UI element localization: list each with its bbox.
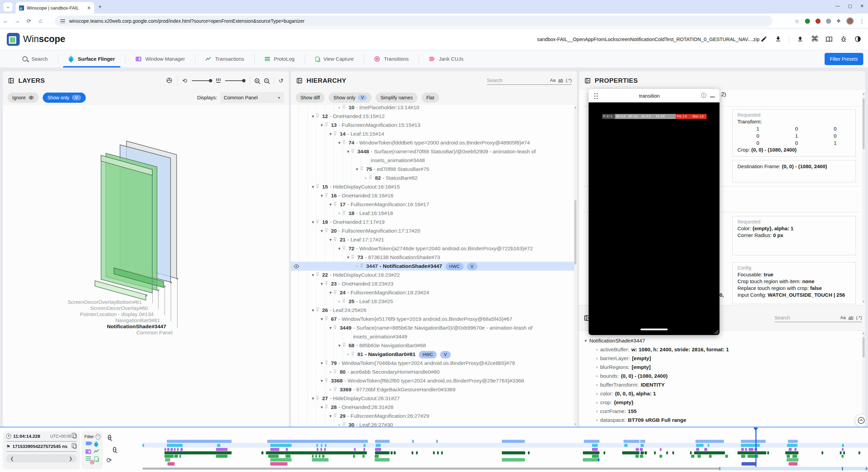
ignore-chip[interactable]: Ignore — [7, 93, 39, 103]
transactions-segment[interactable] — [859, 451, 860, 454]
window-manager-segment[interactable] — [320, 448, 322, 451]
window-manager-trace-icon[interactable] — [85, 449, 91, 454]
window-manager-segment[interactable] — [363, 448, 365, 451]
view-capture-segment[interactable] — [270, 458, 292, 461]
transactions-segment[interactable] — [583, 451, 599, 454]
protolog-segment[interactable] — [179, 455, 181, 458]
transactions-segment[interactable] — [654, 451, 656, 454]
view-capture-segment[interactable] — [375, 458, 390, 461]
hierarchy-row-26[interactable]: ▼26- Leaf:24:25#26 — [291, 306, 574, 315]
timeline-divider[interactable] — [0, 427, 868, 428]
transactions-segment[interactable] — [412, 451, 413, 454]
view-capture-trace-icon[interactable] — [94, 456, 98, 461]
expand-arrow-icon[interactable]: ▼ — [311, 182, 315, 191]
window-manager-segment[interactable] — [354, 448, 356, 451]
view-capture-segment[interactable] — [312, 458, 329, 461]
hierarchy-row-80[interactable]: 80- ace6abb SecondaryHomeHandle0#80 — [291, 368, 574, 376]
screen-recording-segment[interactable] — [624, 440, 639, 443]
window-close-button[interactable]: ✕ — [860, 3, 864, 8]
match-case-toggle[interactable]: Aa — [840, 315, 846, 320]
window-manager-segment[interactable] — [794, 448, 796, 451]
transactions-trace-icon[interactable] — [94, 449, 99, 453]
screen-recording-segment[interactable] — [412, 440, 414, 443]
hierarchy-row-14[interactable]: ▼14- Leaf:15:15#14 — [291, 130, 574, 138]
info-icon[interactable]: ⓘ — [701, 92, 707, 99]
transitions-segment[interactable] — [167, 462, 175, 466]
collapse-panel-icon[interactable] — [296, 78, 302, 84]
new-tab-button[interactable]: + — [98, 3, 102, 10]
collapse-filter-icon[interactable]: ⌃ — [96, 434, 100, 440]
browser-menu-icon[interactable]: ⋮ — [859, 18, 865, 24]
view-capture-segment[interactable] — [598, 458, 599, 461]
hierarchy-row-13[interactable]: ▼13- FullscreenMagnification:15:15#13 — [291, 121, 574, 130]
window-manager-segment[interactable] — [375, 448, 381, 451]
hierarchy-row-3447[interactable]: 3447- NotificationShade#3447HWCV — [291, 262, 574, 271]
expand-arrow-icon[interactable]: ▼ — [584, 336, 589, 345]
window-manager-segment[interactable] — [704, 448, 707, 451]
protolog-segment[interactable] — [216, 455, 228, 458]
screen-recording-segment[interactable] — [741, 440, 766, 443]
protolog-segment[interactable] — [709, 455, 712, 458]
expand-arrow-icon[interactable]: ▼ — [311, 218, 315, 227]
screen-recording-segment[interactable] — [167, 440, 232, 443]
hierarchy-row-18[interactable]: 18- Leaf:16:16#18 — [291, 209, 574, 218]
match-case-toggle[interactable]: Aa — [550, 78, 555, 83]
expand-arrow-icon[interactable]: ▼ — [328, 323, 333, 332]
filter-presets-button[interactable]: Filter Presets — [825, 53, 863, 65]
transactions-segment[interactable] — [666, 451, 668, 454]
drag-handle-icon[interactable] — [593, 92, 598, 99]
window-manager-segment[interactable] — [789, 448, 792, 451]
screen-recording-trace-icon[interactable] — [86, 441, 91, 445]
transactions-segment[interactable] — [441, 451, 443, 454]
hierarchy-row-21[interactable]: ▼21- Leaf:17:17#21 — [291, 235, 574, 244]
surface-flinger-trace-icon[interactable] — [94, 442, 99, 447]
transactions-segment[interactable] — [266, 451, 367, 454]
expand-arrow-icon[interactable]: ▼ — [328, 235, 333, 244]
hierarchy-row-75[interactable]: ▼75- ed70f88 StatusBar#75 — [291, 165, 574, 174]
transactions-segment[interactable] — [843, 451, 845, 454]
window-manager-segment[interactable] — [216, 448, 228, 451]
hierarchy-row-3448[interactable]: ▼3448- Surface(name=ed70f88 StatusBar)/@… — [291, 147, 574, 165]
extension-icon-gray[interactable] — [826, 19, 831, 24]
expand-arrow-icon[interactable]: ▼ — [319, 191, 324, 200]
resize-handle[interactable] — [714, 330, 718, 334]
report-bug-icon[interactable] — [840, 36, 847, 42]
collapse-panel-icon[interactable] — [585, 78, 591, 84]
window-maximize-button[interactable]: ▢ — [848, 3, 852, 8]
extension-icon-red[interactable] — [815, 19, 821, 24]
hierarchy-row-30[interactable]: 30- Leaf:26:27#30 — [291, 420, 574, 427]
3d-view-icon[interactable] — [166, 77, 173, 84]
window-manager-segment[interactable] — [317, 448, 318, 451]
transactions-segment[interactable] — [822, 451, 823, 454]
surface-flinger-segment[interactable] — [325, 444, 327, 447]
properties-search-input[interactable]: Search Aa ab (.*) — [774, 314, 862, 322]
window-manager-segment[interactable] — [741, 448, 744, 451]
show-only-chip[interactable]: Show only V — [43, 93, 86, 103]
protolog-segment[interactable] — [319, 455, 320, 458]
transactions-segment[interactable] — [416, 451, 418, 454]
minimize-icon[interactable] — [710, 94, 715, 97]
expand-arrow-icon[interactable]: ▼ — [337, 244, 342, 253]
hierarchy-row-10[interactable]: 10- ImePlaceholder:13:14#10 — [291, 105, 574, 112]
nav-tab-surface-flinger[interactable]: Surface Flinger — [58, 50, 125, 67]
transactions-segment[interactable] — [164, 451, 232, 454]
match-word-toggle[interactable]: ab — [558, 78, 563, 83]
expand-arrow-icon[interactable]: ▼ — [337, 341, 342, 350]
window-manager-segment[interactable] — [167, 448, 170, 451]
zoom-out-icon[interactable]: − — [264, 78, 269, 83]
transition-window-titlebar[interactable]: transition ⓘ — [589, 89, 719, 102]
timeline-cursor[interactable] — [755, 428, 756, 467]
transactions-segment[interactable] — [433, 451, 435, 454]
hierarchy-row-27[interactable]: ▼27- HideDisplayCutout:26:31#27 — [291, 394, 574, 403]
human-time[interactable]: 11:04:14.228 — [13, 434, 40, 439]
protolog-segment[interactable] — [741, 455, 745, 458]
transactions-segment[interactable] — [375, 451, 390, 454]
spacing-slider[interactable] — [225, 80, 245, 81]
window-manager-segment[interactable] — [749, 448, 753, 451]
nav-tab-transactions[interactable]: Transactions — [195, 50, 254, 67]
nanosecond-time[interactable]: 1715339054227572545 ns — [13, 444, 67, 449]
protolog-segment[interactable] — [268, 455, 279, 458]
browser-tab[interactable]: Winscope | sandbox-FAIL ✕ — [16, 2, 94, 14]
displays-select[interactable]: Common Panel▼ — [220, 92, 284, 103]
expand-arrow-icon[interactable]: ▼ — [319, 376, 324, 385]
